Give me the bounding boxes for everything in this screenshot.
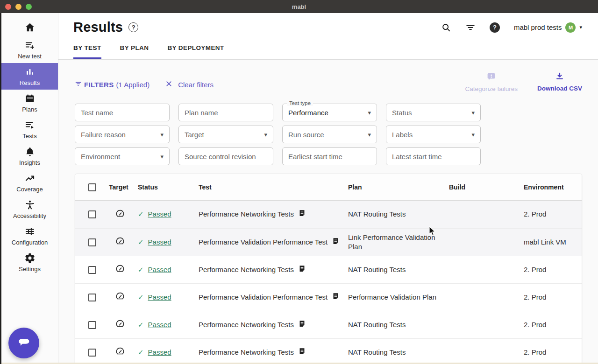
performance-target-icon — [115, 291, 125, 303]
row-checkbox[interactable] — [88, 210, 96, 218]
alert-bubble-icon — [486, 72, 496, 84]
filter-earliest-start-time[interactable]: Earliest start time — [282, 147, 377, 165]
filter-run-source[interactable]: Run source▾ — [282, 126, 377, 143]
filter-source-control-revision[interactable]: Source control revision — [178, 147, 273, 165]
filter-labels[interactable]: Labels▾ — [386, 126, 481, 143]
test-document-icon — [332, 237, 340, 247]
plan-name: Link Performance Validation Plan — [348, 233, 449, 252]
filters-toggle[interactable]: FILTERS (1 Applied) — [75, 80, 150, 89]
page-title: Results — [73, 20, 123, 35]
performance-target-icon — [115, 236, 125, 248]
chat-fab-button[interactable] — [8, 328, 39, 358]
tab-by-deployment[interactable]: BY DEPLOYMENT — [167, 44, 224, 59]
filters-label: FILTERS — [84, 81, 114, 89]
caret-down-icon: ▾ — [471, 131, 475, 138]
configuration-sliders-icon — [24, 226, 36, 237]
performance-target-icon — [115, 264, 125, 276]
filters-applied-count: (1 Applied) — [116, 81, 150, 89]
row-checkbox[interactable] — [88, 294, 96, 301]
performance-target-icon — [115, 319, 125, 331]
filter-test-name[interactable]: Test name — [75, 104, 170, 121]
status-link[interactable]: Passed — [148, 265, 171, 274]
sidebar-item-label: Insights — [19, 159, 40, 166]
clear-filters-button[interactable]: Clear filters — [165, 80, 214, 89]
filter-status[interactable]: Status▾ — [386, 104, 481, 121]
environment-value: 2. Prod — [524, 265, 582, 274]
test-document-icon — [298, 320, 306, 330]
caret-down-icon: ▾ — [368, 109, 371, 116]
table-row: ✓Passed Performance Networking Tests NAT… — [75, 338, 582, 364]
test-document-icon — [332, 292, 340, 302]
avatar: M — [565, 22, 576, 33]
insights-bell-icon — [24, 146, 36, 157]
test-document-icon — [298, 347, 306, 357]
caret-down-icon: ▾ — [368, 131, 371, 138]
tab-by-plan[interactable]: BY PLAN — [120, 44, 149, 59]
column-header-plan: Plan — [348, 183, 449, 191]
row-checkbox[interactable] — [88, 349, 96, 357]
environment-value: mabl Link VM — [524, 238, 582, 247]
passed-check-icon: ✓ — [138, 293, 144, 302]
settings-gear-icon — [24, 252, 36, 264]
search-icon[interactable] — [441, 22, 451, 33]
status-link[interactable]: Passed — [148, 210, 171, 219]
sidebar-item-coverage[interactable]: Coverage — [1, 169, 58, 196]
status-link[interactable]: Passed — [148, 238, 171, 247]
table-row: ✓Passed Performance Networking Tests NAT… — [75, 256, 582, 283]
help-icon[interactable]: ? — [490, 22, 500, 33]
tab-by-test[interactable]: BY TEST — [73, 44, 101, 59]
passed-check-icon: ✓ — [138, 320, 144, 329]
window-left-border — [0, 13, 1, 364]
filter-plan-name[interactable]: Plan name — [178, 104, 273, 121]
sidebar-item-results[interactable]: Results — [1, 63, 58, 90]
results-table: Target Status Test Plan Build Environmen… — [75, 174, 582, 364]
download-csv-button[interactable]: Download CSV — [537, 72, 582, 92]
row-checkbox[interactable] — [88, 266, 96, 274]
caret-down-icon: ▾ — [160, 153, 164, 160]
row-checkbox[interactable] — [88, 238, 96, 246]
page-header: Results ? ? mabl prod tests M ▾ — [58, 13, 598, 60]
status-link[interactable]: Passed — [148, 320, 171, 329]
filter-environment[interactable]: Environment▾ — [75, 147, 170, 165]
filter-test-type[interactable]: Test type Performance ▾ — [282, 104, 377, 121]
select-all-checkbox[interactable] — [88, 183, 96, 191]
filter-target[interactable]: Target▾ — [178, 126, 273, 143]
funnel-icon — [75, 80, 82, 89]
sidebar-item-settings[interactable]: Settings — [1, 249, 58, 276]
environment-value: 2. Prod — [524, 320, 582, 329]
categorize-failures-button[interactable]: Categorize failures — [465, 72, 518, 92]
filter-lines-icon[interactable] — [465, 22, 476, 33]
sidebar-item-accessibility[interactable]: Accessibility — [1, 196, 58, 223]
sidebar-item-configuration[interactable]: Configuration — [1, 223, 58, 249]
sidebar-item-new-test[interactable]: New test — [1, 36, 58, 63]
results-content: FILTERS (1 Applied) Clear filters — [58, 60, 598, 364]
results-icon — [24, 66, 36, 77]
test-name: Performance Networking Tests — [199, 320, 294, 329]
status-link[interactable]: Passed — [148, 293, 171, 302]
sidebar-item-label: Tests — [22, 133, 36, 140]
filter-failure-reason[interactable]: Failure reason▾ — [75, 126, 170, 143]
sidebar-item-label: Accessibility — [13, 212, 46, 219]
sidebar-item-home[interactable] — [1, 13, 58, 36]
table-row: ✓Passed Performance Networking Tests NAT… — [75, 311, 582, 338]
row-checkbox[interactable] — [88, 321, 96, 329]
filter-test-type-value: Performance — [288, 109, 328, 117]
sidebar-item-label: Plans — [22, 106, 37, 113]
status-link[interactable]: Passed — [148, 348, 171, 357]
sidebar-item-plans[interactable]: Plans — [1, 90, 58, 116]
sidebar-item-insights[interactable]: Insights — [1, 143, 58, 169]
new-test-icon — [24, 40, 36, 51]
plan-name: NAT Routing Tests — [348, 348, 449, 357]
filter-latest-start-time[interactable]: Latest start time — [386, 147, 481, 165]
passed-check-icon: ✓ — [138, 348, 144, 357]
test-name: Performance Validation Performance Test — [199, 238, 327, 247]
test-name: Performance Networking Tests — [199, 348, 294, 357]
table-row: ✓Passed Performance Validation Performan… — [75, 283, 582, 311]
home-icon — [24, 21, 36, 34]
sidebar-item-tests[interactable]: Tests — [1, 116, 58, 143]
workspace-switcher[interactable]: mabl prod tests M ▾ — [514, 22, 582, 33]
results-help-icon[interactable]: ? — [128, 22, 138, 32]
chat-bubble-icon — [16, 334, 32, 352]
plan-name: Performance Validation Plan — [348, 293, 449, 302]
sidebar-item-label: Settings — [19, 266, 41, 273]
